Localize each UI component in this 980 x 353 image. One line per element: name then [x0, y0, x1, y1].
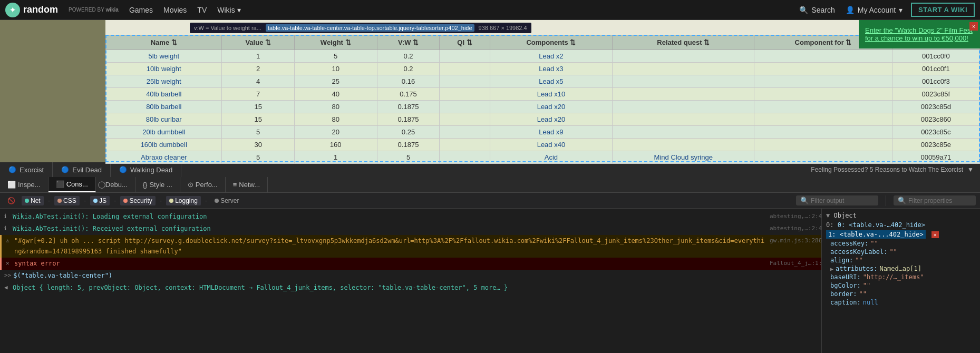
- filter-sep-3: -: [114, 197, 116, 204]
- console-text-3: "#gwr[+0.2] uh oh ... script http://surv…: [14, 236, 768, 256]
- table-cell[interactable]: 160lb dumbbell: [106, 139, 222, 151]
- prop-expand-attributes[interactable]: ▶: [830, 266, 833, 272]
- filter-logging-button[interactable]: Logging: [166, 196, 201, 205]
- properties-panel: ▼ Object 0: 0: <table.va-…402_hide> 1: <…: [822, 209, 980, 353]
- table-cell: 001cc0f3: [892, 75, 979, 88]
- filter-security-button[interactable]: Security: [120, 196, 155, 205]
- col-name[interactable]: Name ⇅: [106, 35, 222, 50]
- ticker-expand-icon[interactable]: ▼: [967, 166, 974, 173]
- nav-account[interactable]: 👤 My Account ▾: [846, 6, 903, 14]
- filter-properties-input[interactable]: [908, 197, 972, 204]
- wiki-tab-evil-dead[interactable]: 🔵 Evil Dead: [53, 162, 111, 177]
- wiki-content-area: v:W = Value to weight ra... table.va-tab…: [0, 20, 980, 162]
- prop-align: align: "": [822, 256, 980, 264]
- table-cell[interactable]: 80lb curlbar: [106, 113, 222, 126]
- nav-games[interactable]: Games: [129, 6, 153, 14]
- nav-movies[interactable]: Movies: [163, 6, 187, 14]
- tab-inspector[interactable]: ⬜ Inspe...: [0, 177, 48, 192]
- table-cell: 5: [377, 151, 440, 164]
- table-cell[interactable]: [613, 139, 754, 151]
- filter-clear-button[interactable]: 🚫: [4, 196, 18, 205]
- table-cell: 25: [294, 75, 377, 88]
- table-cell[interactable]: 25lb weight: [106, 75, 222, 88]
- table-cell: [440, 75, 490, 88]
- filter-css-button[interactable]: CSS: [54, 196, 80, 205]
- filter-js-button[interactable]: JS: [90, 196, 110, 205]
- prop-caption: caption: null: [822, 298, 980, 307]
- table-cell[interactable]: 40lb barbell: [106, 88, 222, 101]
- table-cell[interactable]: 5lb weight: [106, 50, 222, 63]
- wiki-tab-exorcist[interactable]: 🔵 Exorcist: [0, 162, 53, 177]
- table-cell[interactable]: Lead x9: [490, 126, 613, 139]
- table-cell[interactable]: Lead x20: [490, 113, 613, 126]
- ad-link[interactable]: Enter the "Watch Dogs 2" Film Fest for a…: [865, 26, 973, 42]
- tab-style[interactable]: {} Style ...: [135, 177, 180, 192]
- table-cell[interactable]: Acid: [490, 151, 613, 164]
- nav-search[interactable]: 🔍 Search: [799, 6, 835, 14]
- col-value[interactable]: Value ⇅: [222, 35, 294, 50]
- table-cell[interactable]: Lead x5: [490, 75, 613, 88]
- table-cell[interactable]: [613, 88, 754, 101]
- data-table-wrapper: Name ⇅ Value ⇅ Weight ⇅ V:W ⇅ QI ⇅ Compo…: [105, 35, 980, 164]
- col-components[interactable]: Components ⇅: [490, 35, 613, 50]
- table-cell[interactable]: 20lb dumbbell: [106, 126, 222, 139]
- nav-tv[interactable]: TV: [197, 6, 207, 14]
- js-dot: [93, 199, 98, 203]
- nav-wikis-dropdown[interactable]: Wikis ▾: [217, 6, 240, 14]
- tab-performance[interactable]: ⊙ Perfo...: [180, 177, 226, 192]
- table-cell: [440, 126, 490, 139]
- search-icon: 🔍: [799, 6, 808, 14]
- table-cell[interactable]: Lead x3: [490, 63, 613, 75]
- table-cell: [440, 50, 490, 63]
- table-cell[interactable]: [613, 113, 754, 126]
- col-related-quest[interactable]: Related quest ⇅: [613, 35, 754, 50]
- filter-sep-5: -: [205, 197, 207, 204]
- table-cell[interactable]: [613, 101, 754, 113]
- info-icon-2: ℹ: [4, 224, 11, 233]
- table-cell[interactable]: 10lb weight: [106, 63, 222, 75]
- console-timestamp-3: gw.min.js:3:2863: [770, 236, 817, 246]
- prop-element-delete-btn[interactable]: ✕: [932, 231, 939, 238]
- start-wiki-button[interactable]: START A WIKI: [911, 3, 975, 17]
- col-weight[interactable]: Weight ⇅: [294, 35, 377, 50]
- site-logo[interactable]: ✦ random: [5, 3, 58, 17]
- table-cell[interactable]: Lead x40: [490, 139, 613, 151]
- prop-bgcolor: bgColor: "": [822, 281, 980, 290]
- table-cell[interactable]: [613, 50, 754, 63]
- filter-server-button[interactable]: Server: [211, 196, 242, 205]
- wiki-tab-walking-dead[interactable]: 🔵 Walking Dead: [111, 162, 181, 177]
- table-cell[interactable]: Mind Cloud syringe: [613, 151, 754, 164]
- table-cell: 001cc0f1: [892, 63, 979, 75]
- tab-console[interactable]: ⬛ Cons...: [48, 177, 96, 192]
- junk-items-table: Name ⇅ Value ⇅ Weight ⇅ V:W ⇅ QI ⇅ Compo…: [105, 35, 980, 164]
- wiki-bottom-tabs: 🔵 Exorcist 🔵 Evil Dead 🔵 Walking Dead Fe…: [0, 162, 980, 177]
- table-cell[interactable]: Lead x10: [490, 88, 613, 101]
- col-vw[interactable]: V:W ⇅: [377, 35, 440, 50]
- prop-selected-element: 1: <table.va-...402_hide>: [826, 230, 926, 239]
- prop-access-key-label: accessKeyLabel: "": [822, 248, 980, 256]
- ad-close-button[interactable]: ×: [969, 22, 978, 31]
- console-line-6: ◀ Object { length: 5, prevObject: Object…: [0, 282, 821, 294]
- devtools-filter-bar: 🚫 Net - CSS - JS - Security - Logging - …: [0, 193, 980, 209]
- table-cell: [754, 88, 892, 101]
- filter-output-wrap: 🔍: [796, 195, 878, 205]
- table-cell[interactable]: [613, 63, 754, 75]
- expand-icon-6[interactable]: ◀: [4, 283, 11, 292]
- filter-output-input[interactable]: [811, 197, 874, 204]
- console-timestamp-2: abtesting,…:2:47: [770, 224, 817, 233]
- tab-debugger[interactable]: ⃝ Debu...: [96, 177, 135, 192]
- filter-net-button[interactable]: Net: [22, 196, 44, 205]
- expand-icon-5[interactable]: >>: [4, 271, 11, 280]
- col-qi[interactable]: QI ⇅: [440, 35, 490, 50]
- table-cell[interactable]: 80lb barbell: [106, 101, 222, 113]
- table-cell[interactable]: Lead x20: [490, 101, 613, 113]
- prop-element-1-selected[interactable]: 1: <table.va-...402_hide> ✕: [822, 230, 980, 239]
- error-icon: ✕: [6, 259, 12, 268]
- prop-attributes: ▶ attributes: Named…ap[1]: [822, 264, 980, 273]
- tab-network[interactable]: ≡ Netw...: [226, 177, 268, 192]
- table-cell[interactable]: Abraxo cleaner: [106, 151, 222, 164]
- table-cell[interactable]: [613, 75, 754, 88]
- table-cell[interactable]: Lead x2: [490, 50, 613, 63]
- console-text-6: Object { length: 5, prevObject: Object, …: [13, 283, 817, 293]
- table-cell[interactable]: [613, 126, 754, 139]
